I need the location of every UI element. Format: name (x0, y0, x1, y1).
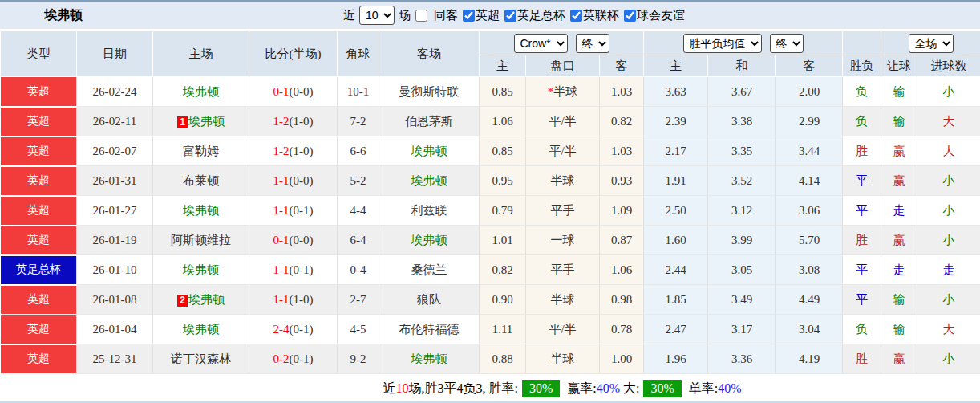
match-date: 26-01-19 (77, 226, 153, 255)
handicap: 一球 (526, 226, 600, 255)
home-odds: 1.01 (480, 226, 526, 255)
away-team: 狼队 (379, 285, 480, 315)
odds-time-select-1[interactable]: 终 (576, 34, 609, 53)
avg-away-odds: 4.19 (776, 344, 843, 374)
competition-filter-0[interactable]: 英超 (458, 8, 500, 23)
sub-header-home-odds: 主 (480, 55, 526, 77)
away-odds: 0.93 (600, 166, 644, 196)
avg-home-odds: 2.17 (644, 136, 708, 166)
competition-label: 球会友谊 (637, 8, 685, 23)
home-team: 1埃弗顿 (153, 107, 249, 136)
competition-filter-1[interactable]: 英足总杯 (500, 8, 565, 23)
away-odds: 0.78 (600, 315, 644, 344)
avg-draw-odds: 3.67 (708, 77, 776, 107)
away-odds: 1.03 (600, 77, 644, 107)
corner-stat: 4-5 (338, 315, 379, 344)
goals-outcome: 小 (917, 77, 980, 107)
home-odds: 0.85 (480, 77, 526, 107)
away-team: 埃弗顿 (379, 226, 480, 255)
away-team: 埃弗顿 (379, 136, 480, 166)
avg-draw-odds: 3.36 (708, 344, 776, 374)
rate-badge: 30% (643, 380, 681, 397)
match-row: 英超26-01-082埃弗顿1-1(1-0)2-7狼队0.90半球0.981.8… (1, 285, 980, 315)
match-date: 26-02-24 (77, 77, 153, 107)
handicap-outcome: 走 (881, 196, 917, 226)
competition-checkbox[interactable] (570, 10, 582, 22)
home-team: 埃弗顿 (153, 315, 249, 344)
match-date: 26-01-10 (77, 255, 153, 285)
col-header-type: 类型 (1, 31, 77, 77)
handicap-outcome: 赢 (881, 166, 917, 196)
goals-outcome: 大 (917, 107, 980, 136)
competition-type-badge: 英超 (1, 136, 77, 166)
handicap-outcome: 赢 (881, 344, 917, 374)
home-team: 2埃弗顿 (153, 285, 249, 315)
competition-type-badge: 英超 (1, 285, 77, 315)
competition-label: 英联杯 (583, 8, 619, 23)
recent-count-select[interactable]: 10 (359, 6, 395, 25)
goals-outcome: 小 (917, 196, 980, 226)
away-odds: 0.98 (600, 285, 644, 315)
away-team: 布伦特福德 (379, 315, 480, 344)
away-team: 曼彻斯特联 (379, 77, 480, 107)
competition-type-badge: 英足总杯 (1, 255, 77, 285)
match-row: 英超25-12-31诺丁汉森林0-2(0-1)9-2埃弗顿0.88半球1.001… (1, 344, 980, 374)
competition-filter-3[interactable]: 球会友谊 (619, 8, 685, 23)
handicap: 半球 (526, 285, 600, 315)
summary-text: 场,胜3平4负3, 胜率: (408, 381, 517, 397)
rate-value: 40% (718, 381, 741, 396)
goals-outcome: 小 (917, 166, 980, 196)
away-odds: 0.82 (600, 107, 644, 136)
avg-away-odds: 4.14 (776, 166, 843, 196)
score: 1-2(1-0) (249, 136, 338, 166)
match-row: 英超26-01-27埃弗顿1-1(0-1)4-4利兹联0.79平手1.092.5… (1, 196, 980, 226)
home-team: 阿斯顿维拉 (153, 226, 249, 255)
title-bar: 埃弗顿 近 10 场 同客 英超英足总杯英联杯球会友谊 (0, 2, 980, 31)
scope-select[interactable]: 全场 (909, 34, 954, 53)
competition-checkbox[interactable] (504, 10, 516, 22)
handicap: 平/半 (526, 136, 600, 166)
competition-filter-2[interactable]: 英联杯 (565, 8, 619, 23)
competition-filters: 英超英足总杯英联杯球会友谊 (458, 8, 685, 23)
match-row: 英足总杯26-01-10埃弗顿1-1(0-1)0-4桑德兰0.82平手1.062… (1, 255, 980, 285)
recent-count-value: 10 (395, 381, 408, 396)
handicap-outcome: 赢 (881, 136, 917, 166)
handicap: 平手 (526, 255, 600, 285)
avg-odds-select[interactable]: 胜平负均值 (683, 34, 762, 53)
avg-home-odds: 2.44 (644, 255, 708, 285)
odds-time-select-2[interactable]: 终 (770, 34, 804, 53)
odds-source-select[interactable]: Crow* (514, 34, 568, 53)
match-row: 英超26-02-111埃弗顿1-2(1-0)7-2伯恩茅斯1.06平/半0.82… (1, 107, 980, 136)
avg-draw-odds: 3.17 (708, 315, 776, 344)
red-card-badge: 1 (177, 116, 188, 128)
match-date: 26-02-11 (77, 107, 153, 136)
competition-type-badge: 英超 (1, 315, 77, 344)
away-team: 桑德兰 (379, 255, 480, 285)
match-rows: 英超26-02-24埃弗顿0-1(0-0)10-1曼彻斯特联0.85*半球1.0… (1, 77, 980, 374)
home-odds: 0.82 (480, 255, 526, 285)
home-team: 埃弗顿 (153, 255, 249, 285)
competition-checkbox[interactable] (624, 10, 636, 22)
goals-outcome: 小 (917, 226, 980, 255)
score: 1-1(1-0) (249, 285, 338, 315)
competition-checkbox[interactable] (463, 10, 475, 22)
recent-label: 近 (343, 8, 355, 23)
competition-label: 英超 (476, 8, 500, 23)
rate-badge: 30% (522, 380, 560, 397)
same-venue-checkbox[interactable] (415, 10, 427, 22)
score: 1-1(0-1) (249, 196, 338, 226)
home-odds: 0.88 (480, 344, 526, 374)
col-header-date: 日期 (77, 31, 153, 77)
result-outcome: 胜 (843, 226, 881, 255)
summary-footer: 近10场,胜3平4负3, 胜率:30% 赢率:40% 大:30% 单率:40% (0, 375, 980, 403)
competition-label: 英足总杯 (517, 8, 565, 23)
goals-outcome: 小 (917, 344, 980, 374)
sub-header-avg-home: 主 (644, 55, 708, 77)
same-venue-filter[interactable]: 同客 (411, 8, 458, 23)
avg-home-odds: 2.47 (644, 315, 708, 344)
home-odds: 1.11 (480, 315, 526, 344)
match-history-panel: 埃弗顿 近 10 场 同客 英超英足总杯英联杯球会友谊 类型 日期 主场 比分(… (0, 0, 980, 403)
sub-header-goals: 进球数 (917, 55, 980, 77)
score: 1-1(0-0) (249, 166, 338, 196)
handicap-outcome: 输 (881, 107, 917, 136)
